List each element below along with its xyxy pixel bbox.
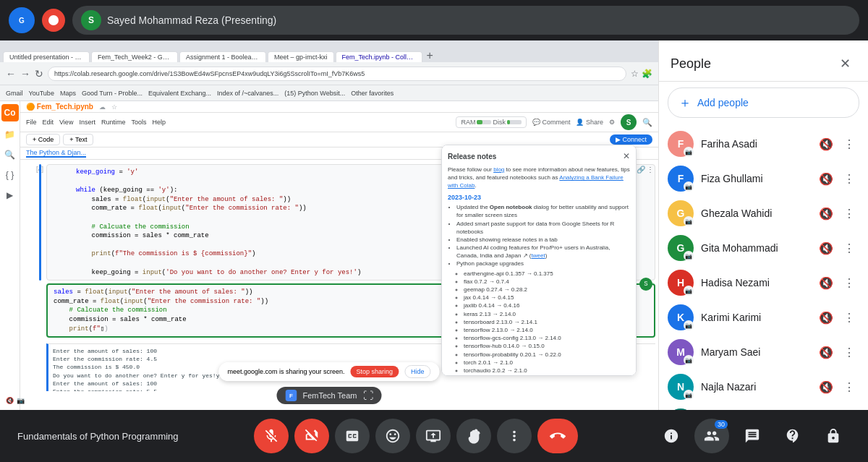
bookmark-other[interactable]: Other favorites (351, 90, 393, 97)
url-bar[interactable]: https://colab.research.google.com/drive/… (48, 67, 626, 81)
ram-disk-indicator[interactable]: RAM Disk (456, 116, 527, 128)
avatar-gita: G 📷 (668, 235, 694, 261)
back-btn[interactable]: ← (6, 68, 16, 80)
more-fiza-button[interactable]: ⋮ (839, 168, 859, 189)
reactions-button[interactable] (375, 419, 410, 453)
more-fariha-button[interactable]: ⋮ (839, 134, 859, 154)
more-maryam-button[interactable]: ⋮ (839, 342, 859, 362)
reload-btn[interactable]: ↻ (35, 68, 43, 80)
sharing-bar: meet.google.com is sharing your screen. … (218, 362, 439, 381)
extensions-btn[interactable]: 🧩 (642, 69, 652, 79)
more-gita-button[interactable]: ⋮ (839, 238, 859, 258)
more-najla-button[interactable]: ⋮ (839, 377, 859, 397)
colab-logo-text: 🟠 Fem_Tech.ipynb (26, 103, 93, 111)
videocam-off-icon (304, 428, 320, 444)
mute-fariha-button[interactable]: 🔇 (816, 134, 836, 154)
comment-btn[interactable]: 💬 Comment (532, 119, 571, 126)
browser-tab-3[interactable]: Assignment 1 - Boolean Ex... (179, 51, 266, 62)
menu-runtime[interactable]: Runtime (101, 119, 126, 126)
share-btn[interactable]: 👤 Share (576, 119, 603, 126)
more-ghezala-button[interactable]: ⋮ (839, 203, 859, 223)
mute-maryam-button[interactable]: 🔇 (816, 342, 836, 362)
bookmark-index[interactable]: Index of /~calvanes... (217, 90, 278, 97)
mute-hadisa-button[interactable]: 🔇 (816, 273, 836, 293)
camera-off-button[interactable] (294, 419, 329, 453)
browser-tab-2[interactable]: Fem_Tech_Week2 - Google... (91, 51, 178, 62)
menu-insert[interactable]: Insert (79, 119, 95, 126)
connect-btn[interactable]: ▶ Connect (610, 134, 652, 145)
activities-button[interactable] (775, 419, 810, 453)
meeting-info-button[interactable] (654, 419, 689, 453)
stop-sharing-button[interactable]: Stop sharing (351, 366, 399, 377)
bookmark-maps[interactable]: Maps (60, 90, 76, 97)
bookmark-btn[interactable]: ☆ (631, 69, 639, 79)
release-notes-content: Please follow our blog to see more infor… (448, 166, 630, 376)
bookmark-youtube[interactable]: YouTube (29, 90, 54, 97)
more-karimi-button[interactable]: ⋮ (839, 307, 859, 328)
menu-edit[interactable]: Edit (43, 119, 54, 126)
menu-help[interactable]: Help (152, 119, 166, 126)
people-panel-button[interactable]: 30 (694, 419, 729, 453)
bookmark-gmail[interactable]: Gmail (6, 90, 23, 97)
people-panel-title: People (671, 56, 711, 72)
chat-button[interactable] (735, 419, 770, 453)
tweet-link[interactable]: tweet (532, 252, 545, 259)
mute-karimi-button[interactable]: 🔇 (816, 307, 836, 328)
more-hadisa-button[interactable]: ⋮ (839, 273, 859, 293)
new-tab-btn[interactable]: + (424, 49, 436, 62)
bookmark-goodturn[interactable]: Good Turn - Proble... (82, 90, 142, 97)
avatar-hadisa: H 📷 (668, 270, 694, 296)
present-now-button[interactable] (416, 419, 451, 453)
menu-file[interactable]: File (26, 119, 37, 126)
raise-hand-button[interactable] (456, 419, 491, 453)
end-call-button[interactable] (537, 419, 578, 453)
person-item-najla: N 📷 Najla Nazari 🔇 ⋮ (659, 369, 868, 404)
mute-najla-button[interactable]: 🔇 (816, 377, 836, 397)
cell-link-btn[interactable]: 🔗 (637, 166, 645, 174)
bookmark-eq[interactable]: Equivalent Exchang... (148, 90, 211, 97)
mute-gita-button[interactable]: 🔇 (816, 238, 836, 258)
colab-sidebar-search[interactable]: 🔍 (3, 147, 17, 162)
avatar-status-fiza: 📷 (684, 181, 694, 192)
browser-tab-4[interactable]: Meet – gp-imct-kxi (268, 51, 334, 62)
release-notes-blog-link[interactable]: blog (493, 166, 504, 173)
mute-fiza-button[interactable]: 🔇 (816, 168, 836, 189)
python-django-tab[interactable]: The Python & Djan... (26, 149, 86, 158)
browser-tab-1[interactable]: Untitled presentation - Goo... (3, 51, 90, 62)
person-name-hadisa: Hadisa Nezami (701, 277, 809, 288)
bookmark-python[interactable]: (15) Python Websit... (284, 90, 345, 97)
close-people-panel-button[interactable]: ✕ (833, 52, 856, 75)
forward-btn[interactable]: → (20, 68, 30, 80)
colab-header: 🟠 Fem_Tech.ipynb ☁ ☆ (20, 101, 658, 113)
people-header: People ✕ (659, 40, 868, 82)
mute-ghezala-button[interactable]: 🔇 (816, 203, 836, 223)
mute-microphone-button[interactable] (254, 419, 289, 453)
captions-button[interactable] (335, 419, 370, 453)
femtech-expand-button[interactable]: ⛶ (363, 390, 373, 401)
muted-icon-overlay: 🔇 (6, 397, 14, 404)
safety-button[interactable] (816, 419, 851, 453)
person-actions-fiza: 🔇 ⋮ (816, 168, 859, 189)
colab-sidebar-files[interactable]: 📁 (3, 127, 17, 142)
release-notes-title: Release notes (448, 153, 496, 161)
add-text-btn[interactable]: + Text (63, 134, 93, 145)
colab-sidebar-terminal[interactable]: ▶ (3, 188, 17, 202)
menu-tools[interactable]: Tools (131, 119, 146, 126)
add-code-btn[interactable]: + Code (26, 134, 60, 145)
browser-tab-5[interactable]: Fem_Tech.ipynb - Collabora... (336, 51, 422, 62)
add-people-button[interactable]: ＋ Add people (668, 87, 859, 118)
avatar-fariha: F 📷 (668, 131, 694, 157)
recording-indicator (42, 9, 65, 32)
user-avatar[interactable]: S (621, 114, 637, 130)
hide-button[interactable]: Hide (404, 365, 431, 378)
settings-btn[interactable]: ⚙ (609, 119, 615, 126)
colab-sidebar-code[interactable]: { } (3, 168, 17, 182)
person-actions-najla: 🔇 ⋮ (816, 377, 859, 397)
release-notes-bank-link[interactable]: Analyzing a Bank Failure with Colab (448, 174, 624, 189)
more-options-button[interactable] (497, 419, 532, 453)
menu-view[interactable]: View (59, 119, 73, 126)
cell-more-btn[interactable]: ⋮ (647, 166, 654, 174)
release-notes-close[interactable]: ✕ (623, 151, 630, 161)
femtech-label: FemTech Team (303, 391, 357, 400)
search-in-notebook[interactable]: 🔍 (642, 118, 652, 127)
